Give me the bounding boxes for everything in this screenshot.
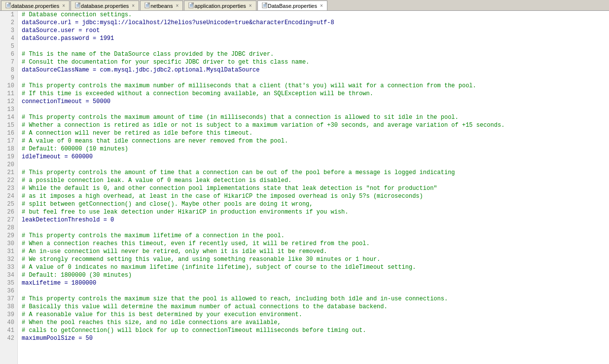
line-number-24: 24 <box>0 192 17 200</box>
line-number-26: 26 <box>0 208 17 216</box>
code-line-3: dataSource.user = root <box>22 27 609 35</box>
line-number-39: 39 <box>0 311 17 319</box>
line-number-17: 17 <box>0 137 17 145</box>
tab-label-tab5: DataBase.properties <box>268 3 317 9</box>
tab-tab3[interactable]: netbeans× <box>140 0 183 10</box>
line-number-41: 41 <box>0 327 17 334</box>
code-line-5 <box>22 42 609 50</box>
line-number-29: 29 <box>0 232 17 240</box>
file-icon <box>188 2 194 8</box>
tab-icon-tab3 <box>144 2 150 9</box>
tab-tab4[interactable]: application.properties× <box>184 0 256 10</box>
tab-close-tab2[interactable]: × <box>132 3 135 8</box>
code-line-22: # a possible connection leak. A value of… <box>22 177 609 184</box>
tab-icon-tab2 <box>75 2 81 9</box>
line-number-42: 42 <box>0 334 17 342</box>
line-number-22: 22 <box>0 177 17 184</box>
line-number-38: 38 <box>0 303 17 311</box>
line-number-11: 11 <box>0 90 17 98</box>
svg-rect-11 <box>148 2 149 4</box>
tab-tab5[interactable]: DataBase.properties× <box>257 0 327 10</box>
code-line-18: # Default: 600000 (10 minutes) <box>22 145 609 153</box>
line-number-12: 12 <box>0 98 17 106</box>
code-line-29: # This property controls the maximum lif… <box>22 232 609 240</box>
line-number-18: 18 <box>0 145 17 153</box>
code-line-31: # An in-use connection will never be ret… <box>22 248 609 255</box>
line-number-9: 9 <box>0 74 17 82</box>
code-line-27: leakDetectionThreshold = 0 <box>22 216 609 224</box>
code-line-30: # When a connection reaches this timeout… <box>22 240 609 248</box>
code-line-9 <box>22 74 609 82</box>
file-icon <box>262 2 268 8</box>
file-icon <box>5 2 11 8</box>
line-number-14: 14 <box>0 113 17 121</box>
code-line-26: # but feel free to use leak detection un… <box>22 208 609 216</box>
code-content: # Database connection settings.dataSourc… <box>18 11 609 364</box>
code-line-6: # This is the name of the DataSource cla… <box>22 50 609 58</box>
line-number-23: 23 <box>0 184 17 192</box>
line-number-27: 27 <box>0 216 17 224</box>
tab-tab2[interactable]: database.properties× <box>71 0 139 10</box>
line-number-28: 28 <box>0 224 17 232</box>
code-line-36 <box>22 287 609 295</box>
tab-label-tab3: netbeans <box>150 3 173 9</box>
file-icon <box>75 2 81 8</box>
svg-rect-1 <box>9 2 10 4</box>
code-line-33: # A value of 0 indicates no maximum life… <box>22 263 609 271</box>
code-line-32: # We strongly recommend setting this val… <box>22 255 609 263</box>
line-number-1: 1 <box>0 11 17 19</box>
line-number-25: 25 <box>0 200 17 208</box>
line-number-15: 15 <box>0 121 17 129</box>
tab-close-tab1[interactable]: × <box>62 3 65 8</box>
line-number-34: 34 <box>0 271 17 279</box>
tab-icon-tab5 <box>262 2 268 9</box>
code-line-2: dataSource.url = jdbc:mysql://localhost/… <box>22 19 609 27</box>
code-line-17: # A value of 0 means that idle connectio… <box>22 137 609 145</box>
code-line-38: # Basically this value will determine th… <box>22 303 609 311</box>
line-number-20: 20 <box>0 161 17 169</box>
line-number-2: 2 <box>0 19 17 27</box>
code-line-42: maximumPoolSize = 50 <box>22 334 609 342</box>
code-line-24: # as it imposes a high overhead, at leas… <box>22 192 609 200</box>
line-number-31: 31 <box>0 248 17 255</box>
code-line-8: dataSourceClassName = com.mysql.jdbc.jdb… <box>22 66 609 74</box>
code-line-10: # This property controls the maximum num… <box>22 82 609 90</box>
code-line-34: # Default: 1800000 (30 minutes) <box>22 271 609 279</box>
code-line-23: # While the default is 0, and other conn… <box>22 184 609 192</box>
line-number-21: 21 <box>0 169 17 177</box>
code-line-25: # split between getConnection() and clos… <box>22 200 609 208</box>
line-number-33: 33 <box>0 263 17 271</box>
line-number-16: 16 <box>0 129 17 137</box>
svg-rect-21 <box>265 2 267 4</box>
code-line-41: # calls to getConnection() will block fo… <box>22 327 609 334</box>
line-number-4: 4 <box>0 35 17 42</box>
tab-close-tab5[interactable]: × <box>320 3 323 8</box>
tab-icon-tab4 <box>188 2 194 9</box>
tab-close-tab3[interactable]: × <box>176 3 179 8</box>
line-number-5: 5 <box>0 42 17 50</box>
code-line-40: # When the pool reaches this size, and n… <box>22 319 609 327</box>
line-numbers: 1234567891011121314151617181920212223242… <box>0 11 18 364</box>
file-icon <box>144 2 150 8</box>
code-line-15: # Whether a connection is retired as idl… <box>22 121 609 129</box>
line-number-37: 37 <box>0 295 17 303</box>
line-number-30: 30 <box>0 240 17 248</box>
code-line-20 <box>22 161 609 169</box>
code-line-21: # This property controls the amount of t… <box>22 169 609 177</box>
tab-icon-tab1 <box>5 2 11 9</box>
tab-label-tab2: database.properties <box>81 3 129 9</box>
code-line-37: # This property controls the maximum siz… <box>22 295 609 303</box>
code-line-16: # A connection will never be retired as … <box>22 129 609 137</box>
svg-rect-16 <box>192 2 193 4</box>
code-line-13 <box>22 106 609 113</box>
tab-label-tab4: application.properties <box>194 3 246 9</box>
line-number-3: 3 <box>0 27 17 35</box>
tab-close-tab4[interactable]: × <box>249 3 252 8</box>
tab-label-tab1: database.properties <box>11 3 59 9</box>
tab-bar: database.properties×database.properties×… <box>0 0 609 11</box>
line-number-40: 40 <box>0 319 17 327</box>
code-line-12: connectionTimeout = 50000 <box>22 98 609 106</box>
line-number-35: 35 <box>0 279 17 287</box>
line-number-36: 36 <box>0 287 17 295</box>
tab-tab1[interactable]: database.properties× <box>1 0 70 10</box>
